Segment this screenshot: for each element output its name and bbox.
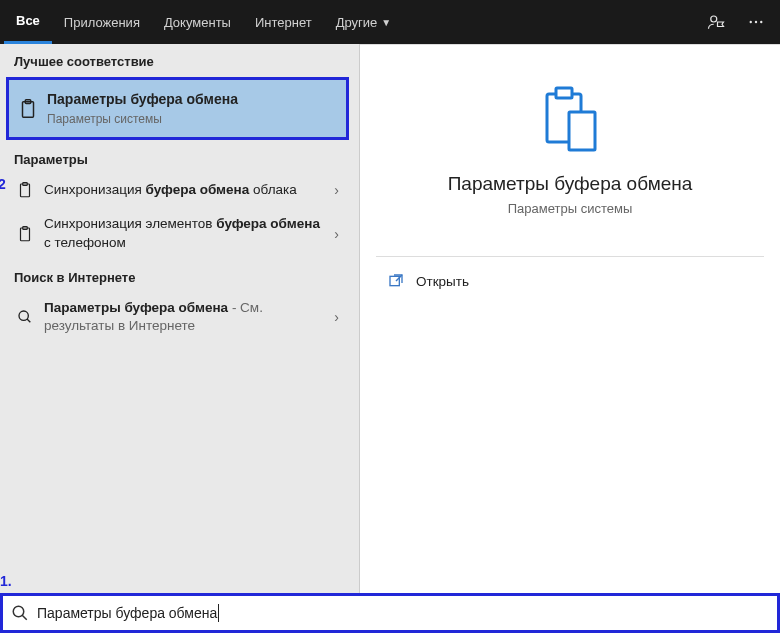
tab-label: Документы <box>164 15 231 30</box>
svg-point-3 <box>760 21 762 23</box>
svg-point-0 <box>711 16 717 22</box>
open-icon <box>384 273 408 289</box>
section-params: Параметры <box>0 142 359 173</box>
tab-all[interactable]: Все <box>4 0 52 44</box>
clipboard-icon <box>14 225 36 243</box>
tab-web[interactable]: Интернет <box>243 0 324 44</box>
best-match-title: Параметры буфера обмена <box>47 90 338 109</box>
clipboard-large-icon <box>535 85 605 155</box>
svg-point-10 <box>19 311 28 320</box>
result-text: Синхронизация элементов буфера обмена с … <box>44 215 328 251</box>
more-options-icon[interactable] <box>736 0 776 44</box>
search-icon <box>11 604 29 622</box>
top-tab-bar: Все Приложения Документы Интернет Другие… <box>0 0 780 44</box>
tab-label: Все <box>16 13 40 28</box>
best-match-text: Параметры буфера обмена Параметры систем… <box>47 90 338 127</box>
svg-rect-15 <box>390 276 399 285</box>
open-action[interactable]: Открыть <box>376 267 764 295</box>
divider <box>376 256 764 257</box>
chevron-right-icon[interactable]: › <box>328 182 345 198</box>
clipboard-icon <box>14 181 36 199</box>
section-web: Поиск в Интернете <box>0 260 359 291</box>
result-text: Параметры буфера обмена - См. результаты… <box>44 299 328 335</box>
results-pane: Лучшее соответствие 2 Параметры буфера о… <box>0 44 360 593</box>
text-caret <box>218 604 219 622</box>
search-bar[interactable]: Параметры буфера обмена <box>0 593 780 633</box>
result-text: Синхронизация буфера обмена облака <box>44 181 328 199</box>
svg-rect-13 <box>556 88 572 98</box>
tab-apps[interactable]: Приложения <box>52 0 152 44</box>
svg-line-18 <box>22 615 27 620</box>
search-value: Параметры буфера обмена <box>37 605 217 621</box>
svg-rect-14 <box>569 112 595 150</box>
result-item[interactable]: Синхронизация буфера обмена облака › <box>0 173 359 207</box>
svg-point-17 <box>13 606 24 617</box>
open-label: Открыть <box>416 274 469 289</box>
search-input[interactable]: Параметры буфера обмена <box>37 604 769 622</box>
feedback-icon[interactable] <box>696 0 736 44</box>
result-item-web[interactable]: Параметры буфера обмена - См. результаты… <box>0 291 359 343</box>
clipboard-icon <box>17 98 39 120</box>
chevron-right-icon[interactable]: › <box>328 309 345 325</box>
tab-more[interactable]: Другие ▼ <box>324 0 404 44</box>
chevron-down-icon: ▼ <box>381 17 391 28</box>
tab-label: Другие <box>336 15 378 30</box>
search-icon <box>14 309 36 325</box>
result-item[interactable]: Синхронизация элементов буфера обмена с … <box>0 207 359 259</box>
svg-point-2 <box>755 21 757 23</box>
best-match-result[interactable]: Параметры буфера обмена Параметры систем… <box>6 77 349 140</box>
tab-label: Интернет <box>255 15 312 30</box>
svg-point-1 <box>750 21 752 23</box>
chevron-right-icon[interactable]: › <box>328 226 345 242</box>
preview-title: Параметры буфера обмена <box>380 173 760 195</box>
section-best-match: Лучшее соответствие <box>0 44 359 75</box>
tab-docs[interactable]: Документы <box>152 0 243 44</box>
preview-sub: Параметры системы <box>380 201 760 216</box>
preview-pane: Параметры буфера обмена Параметры систем… <box>360 44 780 593</box>
annotation-1: 1. <box>0 573 12 589</box>
best-match-sub: Параметры системы <box>47 111 338 127</box>
svg-line-11 <box>27 319 30 322</box>
tab-label: Приложения <box>64 15 140 30</box>
